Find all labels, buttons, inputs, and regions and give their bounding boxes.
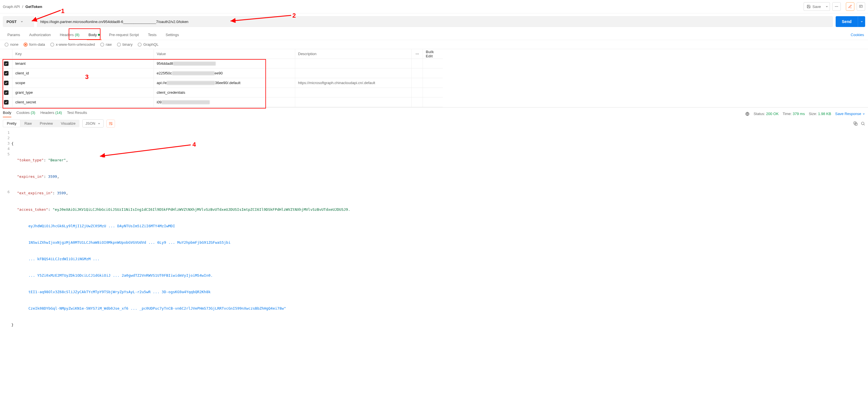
view-pretty[interactable]: Pretty xyxy=(3,120,21,127)
svg-point-2 xyxy=(837,6,838,7)
view-visualize[interactable]: Visualize xyxy=(57,120,80,127)
chevron-down-icon xyxy=(98,122,100,125)
col-key: Key xyxy=(12,49,154,59)
response-tabs: Body Cookies (3) Headers (14) Test Resul… xyxy=(0,107,868,117)
body-type-row: none form-data x-www-form-urlencoded raw… xyxy=(0,40,868,49)
url-value: https://login.partner.microsoftonline.cn… xyxy=(40,20,188,24)
view-mode-pill: Pretty Raw Preview Visualize xyxy=(3,120,80,127)
row-desc[interactable] xyxy=(295,68,411,78)
col-desc: Description xyxy=(295,49,411,59)
table-row: grant_type client_credentials xyxy=(0,88,868,97)
row-checkbox[interactable] xyxy=(4,71,8,76)
svg-point-10 xyxy=(862,122,864,124)
col-value: Value xyxy=(154,49,295,59)
save-button[interactable]: Save xyxy=(804,2,824,11)
tab-authorization[interactable]: Authorization xyxy=(25,30,55,40)
resp-tab-body[interactable]: Body xyxy=(3,111,11,117)
cookies-link[interactable]: Cookies xyxy=(849,30,865,40)
view-raw[interactable]: Raw xyxy=(21,120,36,127)
row-key[interactable]: client_secret xyxy=(12,97,154,107)
table-row: scope api://e36ee90/.default https://mic… xyxy=(0,78,868,88)
formdata-table: Key Value Description Bulk Edit tenant 9… xyxy=(0,49,868,107)
save-dropdown[interactable] xyxy=(824,2,830,11)
col-options-button[interactable] xyxy=(411,49,423,59)
annotation-2: 2 xyxy=(292,12,296,19)
status-label: Status: 200 OK xyxy=(754,112,779,116)
breadcrumb-parent[interactable]: Graph API xyxy=(3,4,20,9)
row-desc[interactable] xyxy=(295,59,411,68)
resp-tab-cookies[interactable]: Cookies (3) xyxy=(17,111,35,117)
save-response-button[interactable]: Save Response xyxy=(835,112,865,116)
row-desc[interactable] xyxy=(295,88,411,97)
svg-point-4 xyxy=(415,53,416,54)
send-button[interactable]: Send xyxy=(836,16,858,27)
search-icon[interactable] xyxy=(861,121,865,126)
annotation-3: 3 xyxy=(85,73,89,81)
save-icon xyxy=(807,4,811,8)
time-label: Time: 379 ms xyxy=(782,112,805,116)
body-type-binary[interactable]: binary xyxy=(117,42,132,47)
chevron-down-icon xyxy=(826,5,828,8)
edit-docs-button[interactable] xyxy=(846,2,855,11)
row-key[interactable]: scope xyxy=(12,78,154,88)
svg-point-0 xyxy=(835,6,836,7)
view-preview[interactable]: Preview xyxy=(36,120,57,127)
body-type-urlencoded[interactable]: x-www-form-urlencoded xyxy=(50,42,95,47)
annotation-1: 1 xyxy=(61,7,64,15)
row-key[interactable]: client_id xyxy=(12,68,154,78)
row-checkbox[interactable] xyxy=(4,81,8,85)
tab-headers[interactable]: Headers (8) xyxy=(55,30,84,40)
chevron-down-icon xyxy=(862,112,865,115)
breadcrumb-current: GetToken xyxy=(26,4,42,9)
tab-settings[interactable]: Settings xyxy=(161,30,183,40)
row-desc[interactable]: https://microsoftgraph.chinacloudapi.cn/… xyxy=(295,78,411,88)
tab-prerequest[interactable]: Pre-request Script xyxy=(104,30,143,40)
row-value[interactable]: i09 xyxy=(154,97,295,107)
comment-icon xyxy=(859,4,863,8)
resp-tab-testresults[interactable]: Test Results xyxy=(67,111,87,117)
copy-icon[interactable] xyxy=(853,121,858,126)
row-checkbox[interactable] xyxy=(4,90,8,95)
svg-rect-3 xyxy=(860,5,863,7)
tab-tests[interactable]: Tests xyxy=(143,30,161,40)
body-type-graphql[interactable]: GraphQL xyxy=(138,42,158,47)
body-type-formdata[interactable]: form-data xyxy=(24,42,45,47)
row-desc[interactable] xyxy=(295,97,411,107)
row-value[interactable]: client_credentials xyxy=(154,88,295,97)
send-dropdown[interactable] xyxy=(858,16,865,27)
comments-button[interactable] xyxy=(857,2,865,11)
url-input[interactable]: https://login.partner.microsoftonline.cn… xyxy=(37,16,833,27)
body-changed-dot xyxy=(98,34,100,36)
body-type-raw[interactable]: raw xyxy=(100,42,112,47)
svg-point-5 xyxy=(417,53,417,54)
annotation-4: 4 xyxy=(192,141,196,148)
tab-params[interactable]: Params xyxy=(3,30,25,40)
response-body[interactable]: 12345 6 { "token_type": "Bearer", "expir… xyxy=(0,130,868,341)
send-label: Send xyxy=(842,19,851,24)
row-value[interactable]: e225f50cee90 xyxy=(154,68,295,78)
pencil-icon xyxy=(848,4,852,8)
resp-tab-headers[interactable]: Headers (14) xyxy=(40,111,62,117)
row-key[interactable]: tenant xyxy=(12,59,154,68)
ellipsis-icon xyxy=(415,52,419,56)
row-value[interactable]: 954ddad8 xyxy=(154,59,295,68)
svg-point-1 xyxy=(836,6,837,7)
bulk-edit-button[interactable]: Bulk Edit xyxy=(423,49,443,59)
ellipsis-icon xyxy=(835,4,838,8)
request-tabs: Params Authorization Headers (8) Body Pr… xyxy=(0,30,868,40)
format-select[interactable]: JSON xyxy=(82,119,103,128)
breadcrumb: Graph API / GetToken xyxy=(3,4,42,9)
chevron-down-icon xyxy=(860,20,863,23)
body-type-none[interactable]: none xyxy=(4,42,19,47)
table-row: tenant 954ddad8 xyxy=(0,59,868,68)
more-actions-button[interactable] xyxy=(832,2,841,11)
wrap-lines-button[interactable] xyxy=(106,120,115,128)
row-key[interactable]: grant_type xyxy=(12,88,154,97)
table-row: client_secret i09 xyxy=(0,97,868,107)
row-value[interactable]: api://e36ee90/.default xyxy=(154,78,295,88)
wrap-icon xyxy=(108,121,113,126)
http-method-select[interactable]: POST xyxy=(3,16,34,27)
row-checkbox[interactable] xyxy=(4,100,8,105)
tab-body[interactable]: Body xyxy=(84,30,105,40)
row-checkbox[interactable] xyxy=(4,61,8,66)
